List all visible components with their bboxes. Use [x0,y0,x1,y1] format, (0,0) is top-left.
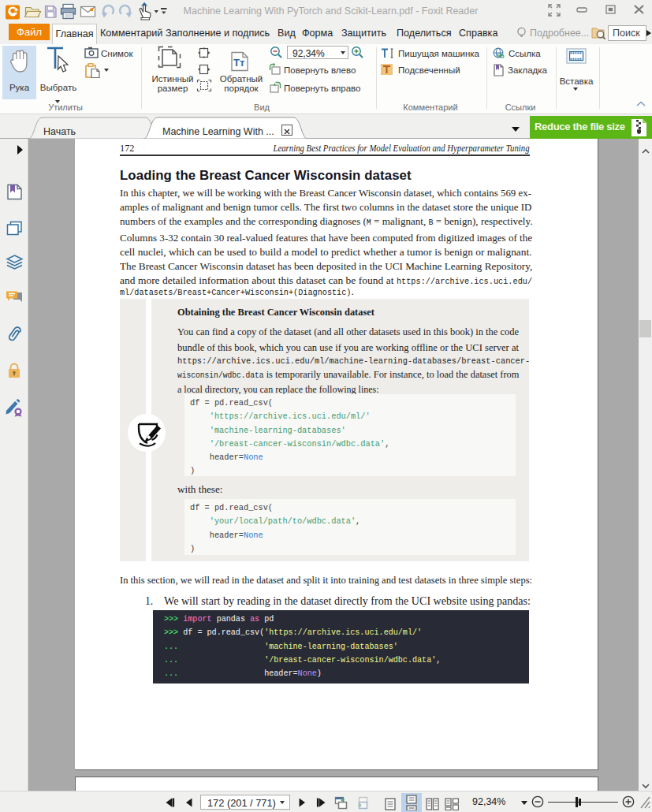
svg-text:Тт: Тт [233,57,244,69]
